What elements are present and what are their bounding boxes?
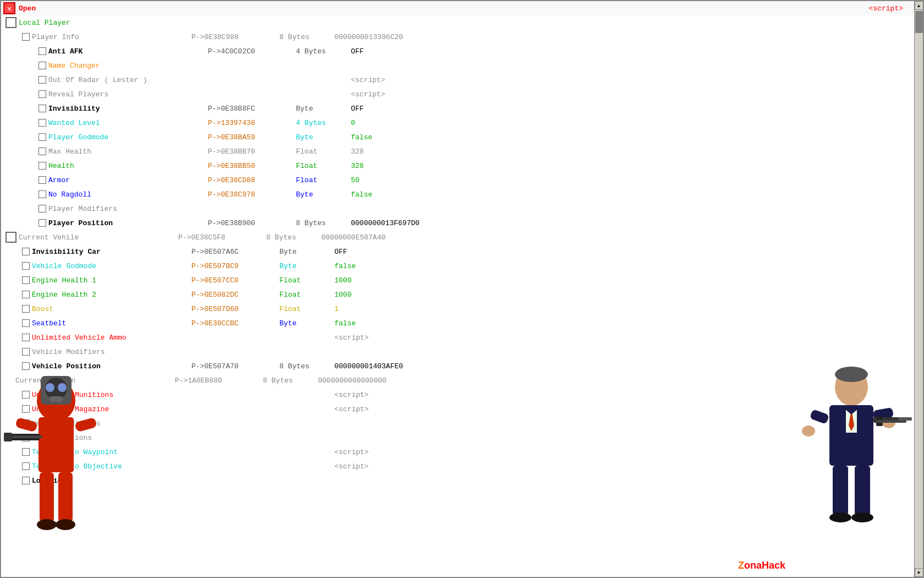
svg-rect-34 [898,417,912,421]
label-engine-health-2: Engine Health 2 [32,291,186,299]
checkbox-small-player-modifiers[interactable] [38,205,46,212]
value-vehicle-position: 000000001403AFE0 [334,362,403,370]
row-player-info: Player InfoP->0E38C9888 Bytes00000000133… [1,30,914,44]
svg-rect-8 [74,417,97,432]
row-name-changer: Name Changer [1,58,914,73]
scroll-thumb[interactable] [915,11,923,33]
address-health: P->0E38BB50 [208,162,296,170]
value-armor: 50 [351,176,360,184]
row-open: ✕Open<script> [1,1,914,15]
label-engine-health-1: Engine Health 1 [32,276,186,285]
row-local-player: Local Player [1,15,914,30]
value-health: 328 [351,162,364,170]
scroll-down-button[interactable]: ▼ [915,568,923,577]
svg-point-29 [829,512,851,522]
value-teleport-waypoint: <script> [334,448,369,456]
value-seatbelt: false [334,319,356,328]
checkbox-small-armor[interactable] [38,176,46,184]
value-unlimited-magazine: <script> [334,405,369,413]
address-anti-afk: P->4C0C02C0 [208,47,296,56]
checkbox-small-player-info[interactable] [22,33,30,41]
checkbox-small-max-health[interactable] [38,148,46,155]
label-invisibility-car: Invisibility Car [32,248,186,256]
checkbox-small-engine-health-2[interactable] [22,291,30,298]
row-current-weapon: Current WeaponP->1A0EB8808 Bytes00000000… [1,373,914,388]
label-unlimited-vehicle-ammo: Unlimited Vehicle Ammo [32,334,186,342]
row-teleport-waypoint: Teleport to Waypoint<script> [1,445,914,459]
value-wanted-level: 0 [351,119,355,127]
type-max-health: Float [296,148,351,156]
checkbox-small-out-of-radar[interactable] [38,76,46,84]
label-boost: Boost [32,305,186,313]
value-teleport-objective: <script> [334,462,369,471]
checkbox-small-invisibility[interactable] [38,105,46,112]
value-unlimited-munitions: <script> [334,391,369,399]
content-area: ✕Open<script>Local PlayerPlayer InfoP->0… [1,1,914,577]
type-player-info: 8 Bytes [279,33,334,41]
open-x-button[interactable]: ✕ [3,2,15,14]
label-player-info: Player Info [32,33,186,41]
svg-rect-28 [855,466,870,515]
type-vehicle-position: 8 Bytes [279,362,334,370]
checkbox-small-wanted-level[interactable] [38,119,46,127]
type-seatbelt: Byte [279,319,334,328]
row-unlimited-munitions: Unlimited Munitions<script> [1,388,914,402]
open-label: Open [19,4,173,13]
label-wanted-level: Wanted Level [48,119,202,127]
svg-rect-27 [833,466,848,515]
scrollbar[interactable]: ▲ ▼ [914,1,923,577]
address-invisibility: P->0E38B8FC [208,105,296,113]
checkbox-small-player-godmode[interactable] [38,133,46,141]
label-seatbelt: Seatbelt [32,319,186,328]
label-local-player: Local Player [19,19,173,27]
checkbox-large-current-vehicle[interactable] [6,232,16,243]
checkbox-small-boost[interactable] [22,305,30,313]
row-player-godmode: Player GodmodeP->0E38BA59Bytefalse [1,130,914,144]
row-invisibility-car: Invisibility CarP->0E507A6CByteOFF [1,244,914,259]
address-player-position: P->0E38B900 [208,219,296,227]
checkbox-small-seatbelt[interactable] [22,319,30,327]
character-right [791,346,912,577]
label-reveal-players: Reveal Players [48,90,202,99]
row-locations: Locations [1,473,914,488]
checkbox-small-name-changer[interactable] [38,62,46,69]
checkbox-small-unlimited-vehicle-ammo[interactable] [22,334,30,341]
checkbox-small-no-ragdoll[interactable] [38,190,46,198]
checkbox-small-health[interactable] [38,162,46,170]
checkbox-small-engine-health-1[interactable] [22,276,30,284]
svg-point-25 [802,426,815,437]
type-player-godmode: Byte [296,133,351,141]
label-no-ragdoll: No Ragdoll [48,190,202,199]
svg-point-11 [37,519,57,530]
type-invisibility-car: Byte [279,248,334,256]
svg-rect-15 [12,435,42,438]
label-out-of-radar: Out Of Radar ( Lester ) [48,76,202,84]
address-engine-health-1: P->0E507CC0 [191,276,279,285]
value-boost: 1 [334,305,339,313]
label-player-godmode: Player Godmode [48,133,202,141]
rows-container: ✕Open<script>Local PlayerPlayer InfoP->0… [1,1,914,488]
value-out-of-radar: <script> [351,76,385,84]
address-invisibility-car: P->0E507A6C [191,248,279,256]
label-current-vehicle: Current Vehile [19,233,173,242]
value-no-ragdoll: false [351,190,372,199]
row-reveal-players: Reveal Players<script> [1,87,914,101]
type-anti-afk: 4 Bytes [296,47,351,56]
type-no-ragdoll: Byte [296,190,351,199]
checkbox-large-local-player[interactable] [6,17,16,28]
checkbox-small-invisibility-car[interactable] [22,248,30,255]
checkbox-small-player-position[interactable] [38,219,46,227]
address-seatbelt: P->0E38CCBC [191,319,279,328]
checkbox-small-reveal-players[interactable] [38,90,46,98]
label-max-health: Max Health [48,148,202,156]
address-engine-health-2: P->0E5082DC [191,291,279,299]
value-engine-health-2: 1000 [334,291,351,299]
row-invisibility: InvisibilityP->0E38B8FCByteOFF [1,101,914,116]
scroll-up-button[interactable]: ▲ [915,1,923,10]
row-player-modifiers: Player Modifiers [1,201,914,216]
row-engine-health-1: Engine Health 1P->0E507CC0Float1000 [1,273,914,287]
svg-rect-7 [15,417,37,432]
label-invisibility: Invisibility [48,105,202,113]
checkbox-small-anti-afk[interactable] [38,47,46,55]
checkbox-small-vehicle-godmode[interactable] [22,262,30,270]
